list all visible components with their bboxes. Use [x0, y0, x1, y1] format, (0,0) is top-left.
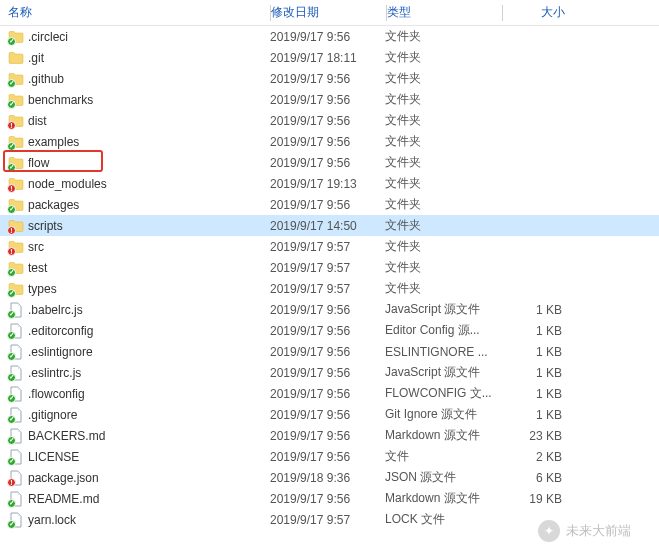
folder-icon: ✓: [8, 134, 24, 150]
file-name: .flowconfig: [28, 387, 85, 401]
status-badge-green: ✓: [7, 331, 16, 340]
file-name: types: [28, 282, 57, 296]
cell-name[interactable]: ✓.circleci: [0, 29, 270, 45]
cell-name[interactable]: ✓test: [0, 260, 270, 276]
file-row[interactable]: ✓.editorconfig2019/9/17 9:56Editor Confi…: [0, 320, 659, 341]
column-header-type[interactable]: 类型: [387, 4, 502, 21]
cell-type: 文件夹: [385, 238, 500, 255]
cell-name[interactable]: !node_modules: [0, 176, 270, 192]
file-name: .eslintrc.js: [28, 366, 81, 380]
folder-row[interactable]: .git2019/9/17 18:11文件夹: [0, 47, 659, 68]
cell-name[interactable]: ✓flow: [0, 155, 270, 171]
cell-name[interactable]: ✓README.md: [0, 491, 270, 507]
cell-name[interactable]: ✓.gitignore: [0, 407, 270, 423]
folder-icon: ✓: [8, 29, 24, 45]
cell-type: 文件夹: [385, 91, 500, 108]
file-row[interactable]: ✓.eslintignore2019/9/17 9:56ESLINTIGNORE…: [0, 341, 659, 362]
cell-name[interactable]: !package.json: [0, 470, 270, 486]
folder-icon: !: [8, 176, 24, 192]
cell-type: 文件夹: [385, 280, 500, 297]
cell-name[interactable]: ✓examples: [0, 134, 270, 150]
folder-row[interactable]: ✓test2019/9/17 9:57文件夹: [0, 257, 659, 278]
folder-row[interactable]: !src2019/9/17 9:57文件夹: [0, 236, 659, 257]
file-row[interactable]: ✓.eslintrc.js2019/9/17 9:56JavaScript 源文…: [0, 362, 659, 383]
cell-name[interactable]: ✓types: [0, 281, 270, 297]
cell-name[interactable]: ✓.github: [0, 71, 270, 87]
status-badge-red: !: [7, 478, 16, 487]
cell-date: 2019/9/17 19:13: [270, 177, 385, 191]
file-name: dist: [28, 114, 47, 128]
cell-date: 2019/9/17 18:11: [270, 51, 385, 65]
file-list[interactable]: ✓.circleci2019/9/17 9:56文件夹.git2019/9/17…: [0, 26, 659, 530]
cell-type: 文件夹: [385, 217, 500, 234]
cell-name[interactable]: ✓.editorconfig: [0, 323, 270, 339]
cell-name[interactable]: ✓.flowconfig: [0, 386, 270, 402]
status-badge-green: ✓: [7, 100, 16, 109]
cell-size: 2 KB: [500, 450, 580, 464]
status-badge-green: ✓: [7, 289, 16, 298]
cell-type: 文件夹: [385, 259, 500, 276]
status-badge-green: ✓: [7, 520, 16, 529]
cell-type: Editor Config 源...: [385, 322, 500, 339]
cell-date: 2019/9/17 9:56: [270, 156, 385, 170]
cell-name[interactable]: ✓BACKERS.md: [0, 428, 270, 444]
folder-row[interactable]: ✓benchmarks2019/9/17 9:56文件夹: [0, 89, 659, 110]
file-name: src: [28, 240, 44, 254]
cell-date: 2019/9/17 9:56: [270, 114, 385, 128]
folder-row[interactable]: !scripts2019/9/17 14:50文件夹: [0, 215, 659, 236]
cell-date: 2019/9/17 9:56: [270, 198, 385, 212]
folder-row[interactable]: ✓flow2019/9/17 9:56文件夹: [0, 152, 659, 173]
cell-name[interactable]: ✓LICENSE: [0, 449, 270, 465]
file-icon: ✓: [8, 449, 24, 465]
cell-name[interactable]: ✓yarn.lock: [0, 512, 270, 528]
file-row[interactable]: ✓.babelrc.js2019/9/17 9:56JavaScript 源文件…: [0, 299, 659, 320]
file-icon: ✓: [8, 344, 24, 360]
cell-name[interactable]: ✓.babelrc.js: [0, 302, 270, 318]
status-badge-green: ✓: [7, 436, 16, 445]
folder-row[interactable]: !dist2019/9/17 9:56文件夹: [0, 110, 659, 131]
file-icon: ✓: [8, 491, 24, 507]
folder-row[interactable]: ✓.github2019/9/17 9:56文件夹: [0, 68, 659, 89]
file-row[interactable]: ✓.gitignore2019/9/17 9:56Git Ignore 源文件1…: [0, 404, 659, 425]
folder-icon: ✓: [8, 197, 24, 213]
cell-name[interactable]: .git: [0, 50, 270, 66]
folder-row[interactable]: !node_modules2019/9/17 19:13文件夹: [0, 173, 659, 194]
cell-name[interactable]: ✓.eslintignore: [0, 344, 270, 360]
folder-row[interactable]: ✓examples2019/9/17 9:56文件夹: [0, 131, 659, 152]
cell-name[interactable]: ✓packages: [0, 197, 270, 213]
cell-date: 2019/9/17 9:56: [270, 450, 385, 464]
cell-type: Git Ignore 源文件: [385, 406, 500, 423]
column-header-size[interactable]: 大小: [503, 4, 583, 21]
cell-date: 2019/9/17 9:56: [270, 387, 385, 401]
file-name: yarn.lock: [28, 513, 76, 527]
file-name: node_modules: [28, 177, 107, 191]
cell-name[interactable]: ✓.eslintrc.js: [0, 365, 270, 381]
cell-date: 2019/9/17 9:56: [270, 366, 385, 380]
file-name: .babelrc.js: [28, 303, 83, 317]
file-row[interactable]: ✓README.md2019/9/17 9:56Markdown 源文件19 K…: [0, 488, 659, 509]
folder-row[interactable]: ✓packages2019/9/17 9:56文件夹: [0, 194, 659, 215]
file-row[interactable]: ✓.flowconfig2019/9/17 9:56FLOWCONFIG 文..…: [0, 383, 659, 404]
cell-name[interactable]: !scripts: [0, 218, 270, 234]
column-header-name[interactable]: 名称: [0, 4, 270, 21]
status-badge-red: !: [7, 121, 16, 130]
file-row[interactable]: !package.json2019/9/18 9:36JSON 源文件6 KB: [0, 467, 659, 488]
cell-type: Markdown 源文件: [385, 490, 500, 507]
status-badge-green: ✓: [7, 499, 16, 508]
column-header-row: 名称 修改日期 类型 大小: [0, 0, 659, 26]
cell-name[interactable]: ✓benchmarks: [0, 92, 270, 108]
cell-name[interactable]: !dist: [0, 113, 270, 129]
folder-row[interactable]: ✓types2019/9/17 9:57文件夹: [0, 278, 659, 299]
file-name: .github: [28, 72, 64, 86]
file-row[interactable]: ✓BACKERS.md2019/9/17 9:56Markdown 源文件23 …: [0, 425, 659, 446]
cell-date: 2019/9/18 9:36: [270, 471, 385, 485]
cell-size: 1 KB: [500, 366, 580, 380]
cell-type: 文件夹: [385, 28, 500, 45]
watermark: ✦ 未来大前端: [538, 520, 631, 542]
file-row[interactable]: ✓LICENSE2019/9/17 9:56文件2 KB: [0, 446, 659, 467]
folder-row[interactable]: ✓.circleci2019/9/17 9:56文件夹: [0, 26, 659, 47]
file-name: flow: [28, 156, 49, 170]
cell-date: 2019/9/17 9:57: [270, 282, 385, 296]
cell-name[interactable]: !src: [0, 239, 270, 255]
column-header-date[interactable]: 修改日期: [271, 4, 386, 21]
